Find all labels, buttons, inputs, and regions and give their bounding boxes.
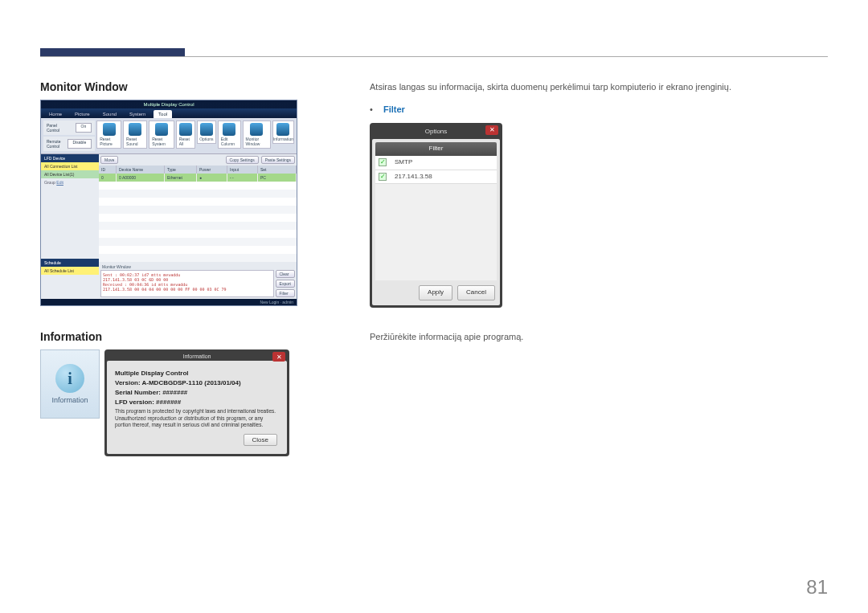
tool-reset-system-label: Reset System (152, 137, 171, 146)
cell-set: PC (258, 174, 297, 182)
th-power: Power (197, 166, 227, 174)
header-accent (40, 48, 185, 56)
tool-reset-sound-label: Reset Sound (126, 137, 144, 146)
tool-monitor-window[interactable]: Monitor Window (243, 121, 271, 149)
bullet-icon: • (370, 104, 373, 114)
table-empty-rows (99, 182, 297, 262)
mdc-toolbar: Panel Control On Remote Control Disable … (41, 118, 297, 154)
monitor-window-heading: Monitor Window (40, 80, 321, 93)
side-all-schedule[interactable]: All Schedule List (41, 267, 99, 275)
filter-row[interactable]: ✓217.141.3.58 (375, 170, 497, 185)
tab-system[interactable]: System (125, 110, 150, 118)
check-icon[interactable]: ✓ (379, 173, 387, 181)
clear-button[interactable]: Clear (276, 270, 295, 278)
side-group: Group (44, 180, 55, 185)
info-glyph: i (68, 370, 72, 388)
tool-information-label: Information (273, 137, 293, 141)
tool-reset-sound[interactable]: Reset Sound (123, 121, 147, 149)
info-serial: Serial Number: ####### (115, 389, 279, 396)
tab-sound[interactable]: Sound (98, 110, 121, 118)
table-head: ID Device Name Type Power Input Set (99, 166, 297, 174)
filter-empty-area (375, 184, 497, 280)
mdc-footer: New Login · admin (41, 299, 297, 305)
cell-name: 0 A00000 (117, 174, 165, 182)
side-schedule-header: Schedule (41, 259, 99, 267)
filter-row-label: 217.141.3.58 (395, 172, 432, 182)
remote-control-select[interactable]: Disable (68, 139, 92, 149)
info-copyright: This program is protected by copyright l… (115, 408, 279, 428)
tool-options-label: Options (199, 137, 213, 141)
cell-id: 0 (99, 174, 117, 182)
mon-line-4: 217.141.3.58 00 04 04 00 00 00 00 FF 00 … (103, 287, 272, 292)
info-program-name: Multiple Display Control (115, 370, 279, 377)
information-tool-icon-box[interactable]: i Information (40, 349, 100, 419)
filter-heading: Filter (383, 103, 405, 117)
header-rule (40, 56, 828, 57)
monitor-window-desc: Atsiras langas su informacija, skirta du… (370, 80, 828, 95)
paste-settings-button[interactable]: Paste Settings (261, 156, 295, 164)
panel-control-label: Panel Control (47, 123, 69, 133)
tool-reset-system[interactable]: Reset System (149, 121, 174, 149)
mdc-app-screenshot: Multiple Display Control Home Picture So… (40, 100, 297, 306)
info-lfd-version: LFD version: ####### (115, 398, 279, 406)
info-icon: i (55, 364, 84, 393)
table-row[interactable]: 0 0 A00000 Ethernet ● - - PC (99, 174, 297, 182)
info-dialog-title: Information (182, 353, 211, 359)
monitor-log: Sent : 00:02:37 id7 mtts mevaddu 217.141… (100, 270, 274, 297)
information-desc: Peržiūrėkite informaciją apie programą. (370, 330, 828, 345)
cancel-button[interactable]: Cancel (457, 285, 495, 300)
tool-reset-picture[interactable]: Reset Picture (96, 121, 121, 149)
filter-row[interactable]: ✓SMTP (375, 156, 497, 170)
tool-monitor-window-label: Monitor Window (246, 137, 268, 146)
mdc-tabs: Home Picture Sound System Tool (41, 108, 297, 118)
move-button[interactable]: Move (100, 156, 118, 164)
side-lfd-header: LFD Device (41, 154, 99, 162)
th-type: Type (165, 166, 197, 174)
mdc-sidebar: LFD Device All Connection List All Devic… (41, 154, 99, 299)
apply-button[interactable]: Apply (419, 285, 452, 300)
th-input: Input (227, 166, 258, 174)
close-button[interactable]: Close (244, 434, 277, 446)
filter-button[interactable]: Filter (276, 289, 295, 297)
tool-reset-all-label: Reset All (179, 137, 192, 146)
tool-reset-all[interactable]: Reset All (176, 121, 195, 149)
th-set: Set (258, 166, 297, 174)
monitor-window-label: Monitor Window (100, 264, 295, 270)
side-edit-link[interactable]: Edit (56, 180, 63, 185)
cell-power: ● (197, 174, 227, 182)
th-id: ID (99, 166, 117, 174)
mdc-main: Move Copy Settings Paste Settings ID Dev… (99, 154, 297, 299)
filter-row-label: SMTP (395, 157, 412, 168)
info-version: Version: A-MDCBGDSP-1110 (2013/01/04) (115, 379, 279, 386)
page-number: 81 (806, 576, 828, 599)
tool-edit-column-label: Edit Column (221, 137, 238, 146)
cell-type: Ethernet (165, 174, 197, 182)
options-dialog: Options ✕ Filter ✓SMTP ✓217.141.3.58 App… (370, 123, 502, 308)
tool-information[interactable]: Information (272, 121, 294, 144)
check-icon[interactable]: ✓ (379, 158, 387, 166)
export-button[interactable]: Export (276, 280, 295, 288)
tab-home[interactable]: Home (44, 110, 67, 118)
close-icon[interactable]: ✕ (485, 125, 498, 135)
side-all-connection[interactable]: All Connection List (41, 162, 99, 170)
tool-reset-picture-label: Reset Picture (100, 137, 118, 146)
cell-input: - - (227, 174, 258, 182)
tab-tool[interactable]: Tool (154, 110, 172, 118)
panel-control-select[interactable]: On (76, 123, 92, 133)
side-all-device[interactable]: All Device List(1) (41, 170, 99, 178)
remote-control-label: Remote Control (47, 139, 61, 149)
tool-options[interactable]: Options (197, 121, 216, 144)
information-dialog: Information ✕ Multiple Display Control V… (104, 349, 289, 456)
mdc-title: Multiple Display Control (41, 100, 297, 108)
tool-edit-column[interactable]: Edit Column (218, 121, 241, 149)
info-icon-label: Information (51, 396, 88, 404)
options-title: Options (425, 127, 448, 137)
filter-col-header: Filter (375, 142, 497, 156)
close-icon[interactable]: ✕ (272, 352, 285, 362)
tab-picture[interactable]: Picture (70, 110, 95, 118)
copy-settings-button[interactable]: Copy Settings (226, 156, 259, 164)
th-name: Device Name (117, 166, 165, 174)
information-heading: Information (40, 330, 321, 343)
